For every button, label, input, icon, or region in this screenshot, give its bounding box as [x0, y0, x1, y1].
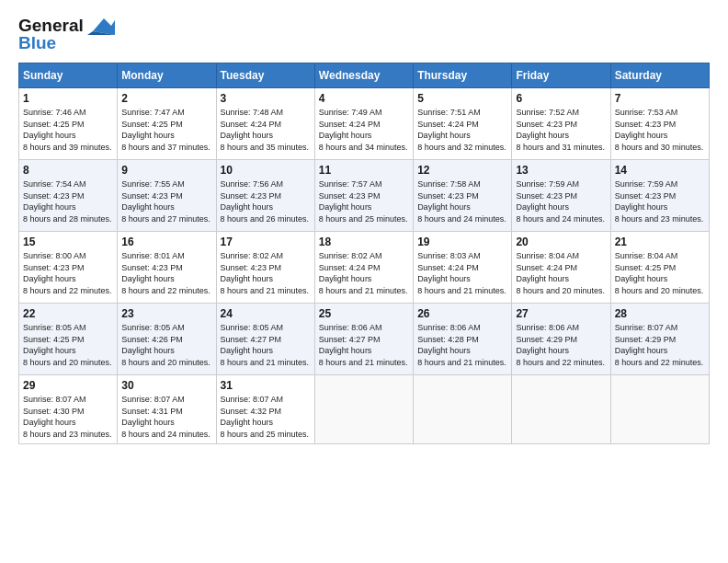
calendar-cell: 21 Sunrise: 8:04 AM Sunset: 4:25 PM Dayl… [610, 232, 709, 304]
day-number: 24 [221, 307, 311, 320]
day-number: 1 [23, 92, 113, 105]
calendar-cell: 5 Sunrise: 7:51 AM Sunset: 4:24 PM Dayli… [414, 88, 512, 160]
calendar-cell [512, 375, 610, 444]
day-info: Sunrise: 7:46 AM Sunset: 4:25 PM Dayligh… [23, 107, 113, 153]
day-info: Sunrise: 7:53 AM Sunset: 4:23 PM Dayligh… [615, 107, 705, 153]
calendar-cell: 26 Sunrise: 8:06 AM Sunset: 4:28 PM Dayl… [414, 304, 512, 375]
day-number: 3 [221, 92, 311, 105]
calendar-cell: 3 Sunrise: 7:48 AM Sunset: 4:24 PM Dayli… [216, 88, 314, 160]
day-info: Sunrise: 8:04 AM Sunset: 4:24 PM Dayligh… [516, 250, 606, 296]
day-info: Sunrise: 8:07 AM Sunset: 4:30 PM Dayligh… [23, 394, 113, 440]
day-info: Sunrise: 7:52 AM Sunset: 4:23 PM Dayligh… [516, 107, 606, 153]
day-info: Sunrise: 8:05 AM Sunset: 4:25 PM Dayligh… [23, 322, 113, 368]
day-number: 21 [615, 236, 705, 248]
day-number: 28 [615, 307, 705, 320]
day-info: Sunrise: 8:01 AM Sunset: 4:23 PM Dayligh… [121, 250, 211, 296]
calendar-cell [314, 375, 413, 444]
day-number: 17 [221, 236, 311, 248]
calendar-cell: 13 Sunrise: 7:59 AM Sunset: 4:23 PM Dayl… [512, 160, 610, 232]
calendar-week-row: 15 Sunrise: 8:00 AM Sunset: 4:23 PM Dayl… [19, 232, 710, 304]
day-info: Sunrise: 7:49 AM Sunset: 4:24 PM Dayligh… [319, 107, 409, 153]
calendar-week-row: 8 Sunrise: 7:54 AM Sunset: 4:23 PM Dayli… [19, 160, 710, 232]
logo-blue: Blue [18, 33, 56, 53]
calendar-cell: 16 Sunrise: 8:01 AM Sunset: 4:23 PM Dayl… [118, 232, 216, 304]
page: General Blue SundayMondayTuesdayWednesda… [0, 0, 728, 563]
day-info: Sunrise: 7:59 AM Sunset: 4:23 PM Dayligh… [516, 178, 606, 224]
calendar-cell: 24 Sunrise: 8:05 AM Sunset: 4:27 PM Dayl… [216, 304, 314, 375]
day-number: 20 [516, 236, 606, 248]
calendar-cell: 23 Sunrise: 8:05 AM Sunset: 4:26 PM Dayl… [118, 304, 216, 375]
calendar-week-row: 29 Sunrise: 8:07 AM Sunset: 4:30 PM Dayl… [19, 375, 710, 444]
calendar-cell: 4 Sunrise: 7:49 AM Sunset: 4:24 PM Dayli… [314, 88, 413, 160]
weekday-header: Sunday [19, 63, 118, 88]
day-info: Sunrise: 8:02 AM Sunset: 4:23 PM Dayligh… [221, 250, 311, 296]
day-info: Sunrise: 7:56 AM Sunset: 4:23 PM Dayligh… [221, 178, 311, 224]
day-number: 14 [615, 164, 705, 177]
day-number: 4 [319, 92, 409, 105]
calendar-cell: 7 Sunrise: 7:53 AM Sunset: 4:23 PM Dayli… [610, 88, 709, 160]
day-number: 31 [221, 379, 311, 392]
calendar-cell: 11 Sunrise: 7:57 AM Sunset: 4:23 PM Dayl… [314, 160, 413, 232]
weekday-header: Tuesday [216, 63, 314, 88]
day-info: Sunrise: 8:05 AM Sunset: 4:27 PM Dayligh… [221, 322, 311, 368]
weekday-header: Saturday [610, 63, 709, 88]
day-info: Sunrise: 8:00 AM Sunset: 4:23 PM Dayligh… [23, 250, 113, 296]
day-number: 26 [417, 307, 507, 320]
day-number: 27 [516, 307, 606, 320]
calendar-cell: 17 Sunrise: 8:02 AM Sunset: 4:23 PM Dayl… [216, 232, 314, 304]
logo-general: General [18, 17, 84, 34]
day-number: 18 [319, 236, 409, 248]
calendar-cell: 18 Sunrise: 8:02 AM Sunset: 4:24 PM Dayl… [314, 232, 413, 304]
day-number: 30 [121, 379, 211, 392]
day-number: 22 [23, 307, 113, 320]
day-info: Sunrise: 8:07 AM Sunset: 4:31 PM Dayligh… [121, 394, 211, 440]
day-info: Sunrise: 8:06 AM Sunset: 4:29 PM Dayligh… [516, 322, 606, 368]
calendar-cell: 19 Sunrise: 8:03 AM Sunset: 4:24 PM Dayl… [414, 232, 512, 304]
day-info: Sunrise: 8:04 AM Sunset: 4:25 PM Dayligh… [615, 250, 705, 296]
day-info: Sunrise: 7:54 AM Sunset: 4:23 PM Dayligh… [23, 178, 113, 224]
calendar-cell: 22 Sunrise: 8:05 AM Sunset: 4:25 PM Dayl… [19, 304, 118, 375]
calendar-week-row: 1 Sunrise: 7:46 AM Sunset: 4:25 PM Dayli… [19, 88, 710, 160]
calendar-week-row: 22 Sunrise: 8:05 AM Sunset: 4:25 PM Dayl… [19, 304, 710, 375]
header: General Blue [18, 15, 710, 53]
calendar-cell: 8 Sunrise: 7:54 AM Sunset: 4:23 PM Dayli… [19, 160, 118, 232]
calendar: SundayMondayTuesdayWednesdayThursdayFrid… [18, 63, 710, 444]
weekday-header: Thursday [414, 63, 512, 88]
day-info: Sunrise: 8:02 AM Sunset: 4:24 PM Dayligh… [319, 250, 409, 296]
calendar-cell: 10 Sunrise: 7:56 AM Sunset: 4:23 PM Dayl… [216, 160, 314, 232]
day-info: Sunrise: 7:51 AM Sunset: 4:24 PM Dayligh… [417, 107, 507, 153]
calendar-cell: 1 Sunrise: 7:46 AM Sunset: 4:25 PM Dayli… [19, 88, 118, 160]
calendar-cell: 25 Sunrise: 8:06 AM Sunset: 4:27 PM Dayl… [314, 304, 413, 375]
day-number: 6 [516, 92, 606, 105]
calendar-cell: 28 Sunrise: 8:07 AM Sunset: 4:29 PM Dayl… [610, 304, 709, 375]
day-number: 2 [121, 92, 211, 105]
calendar-cell: 27 Sunrise: 8:06 AM Sunset: 4:29 PM Dayl… [512, 304, 610, 375]
weekday-header: Wednesday [314, 63, 413, 88]
day-number: 19 [417, 236, 507, 248]
day-number: 7 [615, 92, 705, 105]
day-number: 16 [121, 236, 211, 248]
day-number: 10 [221, 164, 311, 177]
day-number: 15 [23, 236, 113, 248]
calendar-cell: 20 Sunrise: 8:04 AM Sunset: 4:24 PM Dayl… [512, 232, 610, 304]
weekday-header: Friday [512, 63, 610, 88]
day-info: Sunrise: 7:47 AM Sunset: 4:25 PM Dayligh… [121, 107, 211, 153]
day-info: Sunrise: 8:05 AM Sunset: 4:26 PM Dayligh… [121, 322, 211, 368]
day-info: Sunrise: 7:48 AM Sunset: 4:24 PM Dayligh… [221, 107, 311, 153]
calendar-header-row: SundayMondayTuesdayWednesdayThursdayFrid… [19, 63, 710, 88]
calendar-body: 1 Sunrise: 7:46 AM Sunset: 4:25 PM Dayli… [19, 88, 710, 444]
calendar-cell: 15 Sunrise: 8:00 AM Sunset: 4:23 PM Dayl… [19, 232, 118, 304]
calendar-cell: 2 Sunrise: 7:47 AM Sunset: 4:25 PM Dayli… [118, 88, 216, 160]
day-info: Sunrise: 7:59 AM Sunset: 4:23 PM Dayligh… [615, 178, 705, 224]
day-number: 11 [319, 164, 409, 177]
day-number: 5 [417, 92, 507, 105]
day-number: 29 [23, 379, 113, 392]
day-info: Sunrise: 7:55 AM Sunset: 4:23 PM Dayligh… [121, 178, 211, 224]
calendar-cell: 6 Sunrise: 7:52 AM Sunset: 4:23 PM Dayli… [512, 88, 610, 160]
day-number: 8 [23, 164, 113, 177]
logo: General Blue [18, 15, 115, 53]
day-info: Sunrise: 8:07 AM Sunset: 4:32 PM Dayligh… [221, 394, 311, 440]
calendar-cell: 14 Sunrise: 7:59 AM Sunset: 4:23 PM Dayl… [610, 160, 709, 232]
day-info: Sunrise: 8:06 AM Sunset: 4:28 PM Dayligh… [417, 322, 507, 368]
calendar-cell [610, 375, 709, 444]
